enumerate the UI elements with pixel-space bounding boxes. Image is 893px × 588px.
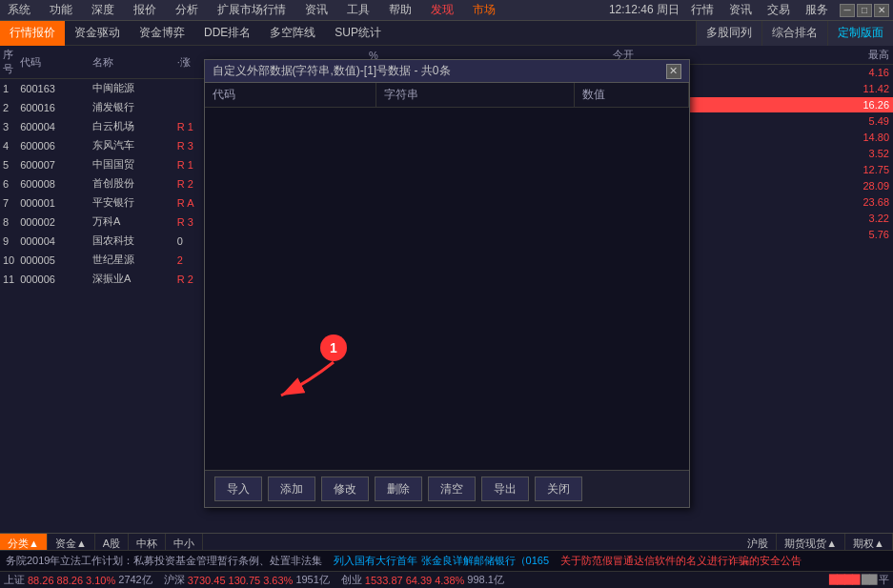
tab-dde-rank[interactable]: DDE排名 [194,21,260,46]
col-name: 名称 [90,46,174,79]
modal-footer: 导入 添加 修改 删除 清空 导出 关闭 [205,470,689,507]
menu-quotes[interactable]: 行情 [687,2,718,18]
menu-tools[interactable]: 工具 [343,2,374,18]
close-button[interactable]: 关闭 [535,476,582,501]
modal-table-header: 代码 字符串 数值 [205,83,689,108]
table-row[interactable]: 11 000006 深振业A R 2 [0,270,214,289]
menu-analysis[interactable]: 分析 [172,2,202,18]
main-area: 序号 代码 名称 ·涨 1 600163 中闽能源 2 6 [0,46,893,550]
table-row[interactable]: 6 600008 首创股份 R 2 [0,174,214,193]
menu-depth[interactable]: 深度 [88,2,118,18]
status-shanghai: 上证 88.26 88.26 3.10% 2742亿 [4,573,152,587]
table-row[interactable]: 1 600163 中闽能源 [0,79,214,98]
minimize-button[interactable]: ─ [840,4,855,17]
table-row[interactable]: 9 000004 国农科技 0 [0,232,214,251]
col-seq: 序号 [0,46,17,79]
table-row[interactable]: 8 000002 万科A R 3 [0,213,214,232]
tab-comprehensive-rank[interactable]: 综合排名 [761,21,827,46]
time-display: 12:12:46 周日 [609,2,680,18]
tab-multi-stock[interactable]: 多股同列 [696,21,761,46]
table-row[interactable]: 7 000001 平安银行 R A [0,193,214,213]
ticker-news-3: 关于防范假冒通达信软件的名义进行诈骗的安全公告 [555,554,807,568]
tab-fund-game[interactable]: 资金博弈 [130,21,194,46]
tab-fund-drive[interactable]: 资金驱动 [65,21,130,46]
maximize-button[interactable]: □ [857,4,872,17]
modal-title: 自定义外部数据(字符串,数值)-[1]号数据 - 共0条 [213,63,451,79]
tab-sup[interactable]: SUP统计 [325,21,391,46]
bottom-ticker: 务院2019年立法工作计划：私募投资基金管理暂行条例、处置非法集 列入国有大行首… [0,550,893,571]
table-row[interactable]: 2 600016 浦发银行 [0,98,214,117]
menu-help[interactable]: 帮助 [385,2,416,18]
status-chuangye: 创业 1533.87 64.39 4.38% 998.1亿 [341,573,504,587]
ticker-news-1: 务院2019年立法工作计划：私募投资基金管理暂行条例、处置非法集 [0,554,328,568]
status-indicators: ▇▇▇▇ ▇▇ 平 [829,573,889,587]
left-stock-panel: 序号 代码 名称 ·涨 1 600163 中闽能源 2 6 [0,46,214,550]
modal-col-string: 字符串 [376,83,575,107]
tab-long-short[interactable]: 多空阵线 [260,21,325,46]
menu-discover[interactable]: 发现 [427,2,457,18]
col-code: 代码 [17,46,90,79]
menu-bar: 系统 功能 深度 报价 分析 扩展市场行情 资讯 工具 帮助 发现 市场 12:… [0,0,893,21]
menu-news[interactable]: 资讯 [301,2,332,18]
custom-data-modal: 自定义外部数据(字符串,数值)-[1]号数据 - 共0条 ✕ 代码 字符串 数值… [204,59,690,508]
modal-col-code: 代码 [205,83,376,107]
table-row[interactable]: 5 600007 中国国贸 R 1 [0,155,214,174]
modal-body [205,108,689,470]
menu-system[interactable]: 系统 [4,2,34,18]
status-shenzhen: 沪深 3730.45 130.75 3.63% 1951亿 [164,573,330,587]
close-button[interactable]: ✕ [874,4,889,17]
edit-button[interactable]: 修改 [321,476,369,501]
ticker-news-2: 列入国有大行首年 张金良详解邮储银行（0165 [328,554,555,568]
menu-market-main[interactable]: 市场 [469,2,499,18]
delete-button[interactable]: 删除 [375,476,422,501]
table-row[interactable]: 4 600006 东风汽车 R 3 [0,136,214,155]
tab-market-quote[interactable]: 行情报价 [0,21,65,46]
tab-custom-layout[interactable]: 定制版面 [827,21,893,46]
toolbar-row: 行情报价 资金驱动 资金博弈 DDE排名 多空阵线 SUP统计 多股同列 综合排… [0,21,893,46]
export-button[interactable]: 导出 [481,476,529,501]
menu-info[interactable]: 资讯 [725,2,756,18]
modal-close-button[interactable]: ✕ [666,64,681,79]
menu-trade[interactable]: 交易 [763,2,794,18]
modal-col-value: 数值 [575,83,689,107]
add-button[interactable]: 添加 [268,476,315,501]
menu-market[interactable]: 扩展市场行情 [213,2,290,18]
table-row[interactable]: 10 000005 世纪星源 2 [0,251,214,270]
table-row[interactable]: 3 600004 白云机场 R 1 [0,117,214,136]
menu-function[interactable]: 功能 [46,2,76,18]
menu-service[interactable]: 服务 [802,2,832,18]
menu-quote[interactable]: 报价 [130,2,160,18]
modal-title-bar: 自定义外部数据(字符串,数值)-[1]号数据 - 共0条 ✕ [205,60,689,83]
status-bar: 上证 88.26 88.26 3.10% 2742亿 沪深 3730.45 13… [0,571,893,588]
clear-button[interactable]: 清空 [428,476,476,501]
import-button[interactable]: 导入 [214,476,262,501]
